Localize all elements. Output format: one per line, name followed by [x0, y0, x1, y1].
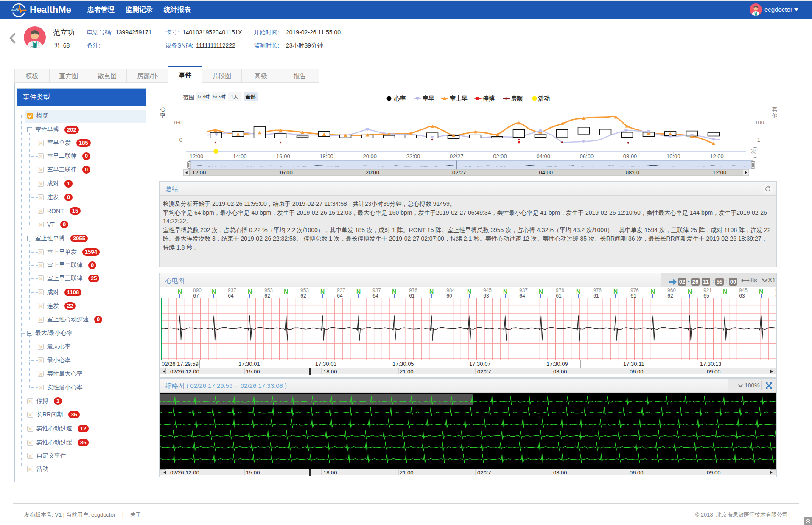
svg-text:63: 63: [483, 293, 489, 299]
svg-text:10:00: 10:00: [666, 153, 680, 160]
svg-text:945: 945: [483, 287, 492, 293]
svg-text:937: 937: [337, 287, 345, 293]
svg-text:N: N: [688, 288, 692, 295]
svg-text:160: 160: [173, 119, 182, 126]
svg-text:976: 976: [409, 287, 417, 293]
svg-text:12:00: 12:00: [713, 169, 727, 176]
svg-text:100: 100: [755, 119, 764, 126]
svg-text:16:00: 16:00: [276, 153, 290, 160]
svg-text:率: 率: [160, 112, 165, 119]
svg-text:08:00: 08:00: [623, 153, 637, 160]
svg-text:64: 64: [228, 293, 234, 299]
svg-text:次: 次: [751, 148, 756, 154]
svg-text:64: 64: [337, 293, 343, 299]
svg-text:N: N: [429, 288, 434, 295]
svg-text:20:00: 20:00: [366, 169, 380, 176]
svg-text:12:00: 12:00: [710, 153, 724, 160]
svg-text:18:00: 18:00: [319, 153, 333, 160]
svg-text:N: N: [178, 288, 182, 295]
svg-text:1: 1: [757, 137, 760, 143]
svg-text:976: 976: [556, 287, 564, 293]
svg-text:N: N: [248, 288, 252, 295]
svg-text:N: N: [320, 288, 325, 295]
svg-text:0: 0: [179, 137, 182, 143]
svg-text:937: 937: [228, 287, 236, 293]
svg-text:61: 61: [593, 293, 599, 299]
svg-text:04:00: 04:00: [536, 153, 550, 160]
svg-text:12:00: 12:00: [192, 169, 206, 176]
svg-text:): ): [753, 157, 758, 158]
svg-text:64: 64: [519, 293, 525, 299]
svg-text:65: 65: [703, 293, 709, 299]
svg-text:953: 953: [264, 287, 273, 293]
svg-text:976: 976: [630, 287, 639, 293]
svg-text:62: 62: [264, 293, 270, 299]
svg-text:N: N: [651, 288, 655, 295]
svg-text:N: N: [356, 288, 361, 295]
svg-text:N: N: [759, 288, 763, 295]
svg-text:12:00: 12:00: [190, 153, 204, 160]
svg-text:心: 心: [160, 106, 166, 112]
svg-text:61: 61: [409, 293, 415, 299]
svg-text:N: N: [503, 288, 507, 295]
svg-text:976: 976: [593, 287, 602, 293]
svg-text:945: 945: [775, 287, 776, 293]
svg-text:984: 984: [446, 287, 455, 293]
svg-text:N: N: [539, 288, 543, 295]
svg-text:N: N: [576, 288, 580, 295]
svg-text:937: 937: [519, 287, 528, 293]
svg-text:N: N: [392, 288, 396, 295]
svg-text:20:00: 20:00: [363, 153, 377, 160]
svg-text:945: 945: [739, 287, 748, 293]
svg-text:960: 960: [667, 287, 676, 293]
svg-text:02/27: 02/27: [452, 169, 466, 176]
svg-text:他: 他: [772, 112, 777, 119]
svg-text:61: 61: [630, 293, 636, 299]
svg-text:64: 64: [372, 293, 378, 299]
svg-text:其: 其: [772, 106, 777, 112]
svg-text:N: N: [467, 288, 471, 295]
svg-text:06:00: 06:00: [580, 153, 594, 160]
svg-text:02/27: 02/27: [450, 153, 464, 160]
svg-text:14:00: 14:00: [233, 153, 247, 160]
svg-text:953: 953: [300, 287, 309, 293]
svg-text:62: 62: [300, 293, 306, 299]
svg-text:937: 937: [372, 287, 381, 293]
svg-text:62: 62: [667, 293, 673, 299]
svg-text:921: 921: [703, 287, 712, 293]
svg-text:02:00: 02:00: [493, 153, 507, 160]
svg-text:22:00: 22:00: [406, 153, 420, 160]
svg-text:63: 63: [739, 293, 745, 299]
svg-text:63: 63: [775, 293, 776, 299]
svg-text:61: 61: [556, 293, 562, 299]
svg-text:16:00: 16:00: [279, 169, 293, 176]
svg-text:60: 60: [446, 293, 452, 299]
svg-text:04:00: 04:00: [539, 169, 553, 176]
svg-text:N: N: [212, 288, 216, 295]
svg-text:67: 67: [193, 293, 199, 299]
svg-text:N: N: [284, 288, 288, 295]
svg-text:08:00: 08:00: [626, 169, 640, 176]
svg-text:N: N: [613, 288, 618, 295]
svg-text:N: N: [723, 288, 727, 295]
svg-text:890: 890: [193, 287, 202, 293]
